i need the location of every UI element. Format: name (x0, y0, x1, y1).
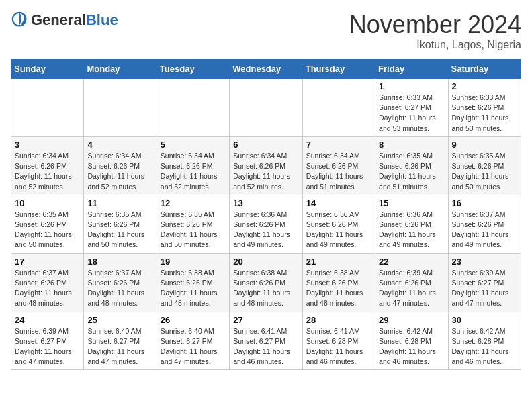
day-number: 30 (452, 315, 517, 325)
day-info: Sunrise: 6:36 AM Sunset: 6:26 PM Dayligh… (379, 210, 444, 250)
calendar-cell: 26Sunrise: 6:40 AM Sunset: 6:27 PM Dayli… (157, 312, 229, 370)
day-info: Sunrise: 6:35 AM Sunset: 6:26 PM Dayligh… (161, 210, 226, 250)
month-title: November 2024 (349, 11, 521, 39)
calendar-week-row: 17Sunrise: 6:37 AM Sunset: 6:26 PM Dayli… (11, 253, 521, 312)
page-header: GeneralBlue November 2024 Ikotun, Lagos,… (11, 11, 521, 51)
calendar-cell: 8Sunrise: 6:35 AM Sunset: 6:26 PM Daylig… (375, 136, 448, 195)
day-info: Sunrise: 6:38 AM Sunset: 6:26 PM Dayligh… (233, 268, 298, 309)
day-number: 1 (379, 81, 444, 91)
calendar-cell: 14Sunrise: 6:36 AM Sunset: 6:26 PM Dayli… (302, 195, 375, 253)
calendar-cell: 5Sunrise: 6:34 AM Sunset: 6:26 PM Daylig… (157, 136, 229, 195)
day-number: 29 (379, 315, 444, 325)
day-info: Sunrise: 6:34 AM Sunset: 6:26 PM Dayligh… (87, 151, 152, 192)
day-number: 6 (233, 140, 298, 150)
calendar-cell: 23Sunrise: 6:39 AM Sunset: 6:27 PM Dayli… (448, 253, 521, 312)
calendar-cell (157, 79, 229, 137)
calendar-cell: 18Sunrise: 6:37 AM Sunset: 6:26 PM Dayli… (84, 253, 157, 312)
day-number: 21 (306, 257, 371, 267)
calendar-cell (11, 79, 84, 137)
day-number: 7 (306, 140, 371, 150)
calendar-cell: 25Sunrise: 6:40 AM Sunset: 6:27 PM Dayli… (84, 312, 157, 370)
day-info: Sunrise: 6:36 AM Sunset: 6:26 PM Dayligh… (233, 210, 298, 250)
day-info: Sunrise: 6:35 AM Sunset: 6:26 PM Dayligh… (87, 210, 152, 250)
calendar-cell: 29Sunrise: 6:42 AM Sunset: 6:28 PM Dayli… (375, 312, 448, 370)
day-info: Sunrise: 6:34 AM Sunset: 6:26 PM Dayligh… (15, 151, 80, 192)
weekday-header-wednesday: Wednesday (230, 60, 302, 79)
day-number: 12 (161, 198, 226, 208)
calendar-cell: 1Sunrise: 6:33 AM Sunset: 6:27 PM Daylig… (375, 79, 448, 137)
day-info: Sunrise: 6:41 AM Sunset: 6:28 PM Dayligh… (306, 326, 371, 367)
day-number: 10 (15, 198, 80, 208)
logo-blue: Blue (86, 11, 118, 29)
day-number: 20 (233, 257, 298, 267)
day-info: Sunrise: 6:39 AM Sunset: 6:26 PM Dayligh… (379, 268, 444, 309)
day-info: Sunrise: 6:38 AM Sunset: 6:26 PM Dayligh… (161, 268, 226, 309)
calendar-week-row: 24Sunrise: 6:39 AM Sunset: 6:27 PM Dayli… (11, 312, 521, 370)
day-info: Sunrise: 6:40 AM Sunset: 6:27 PM Dayligh… (87, 326, 152, 367)
day-info: Sunrise: 6:41 AM Sunset: 6:27 PM Dayligh… (233, 326, 298, 367)
day-info: Sunrise: 6:33 AM Sunset: 6:26 PM Dayligh… (452, 93, 517, 134)
calendar-table: SundayMondayTuesdayWednesdayThursdayFrid… (11, 59, 521, 370)
day-info: Sunrise: 6:39 AM Sunset: 6:27 PM Dayligh… (452, 268, 517, 309)
calendar-cell: 20Sunrise: 6:38 AM Sunset: 6:26 PM Dayli… (230, 253, 302, 312)
day-number: 8 (379, 140, 444, 150)
day-info: Sunrise: 6:39 AM Sunset: 6:27 PM Dayligh… (15, 326, 80, 367)
day-number: 26 (161, 315, 226, 325)
calendar-week-row: 10Sunrise: 6:35 AM Sunset: 6:26 PM Dayli… (11, 195, 521, 253)
logo-general: General (31, 11, 86, 29)
day-number: 27 (233, 315, 298, 325)
day-info: Sunrise: 6:35 AM Sunset: 6:26 PM Dayligh… (15, 210, 80, 250)
weekday-header-thursday: Thursday (302, 60, 375, 79)
day-number: 11 (87, 198, 152, 208)
day-info: Sunrise: 6:34 AM Sunset: 6:26 PM Dayligh… (306, 151, 371, 192)
day-number: 17 (15, 257, 80, 267)
day-info: Sunrise: 6:37 AM Sunset: 6:26 PM Dayligh… (87, 268, 152, 309)
day-info: Sunrise: 6:36 AM Sunset: 6:26 PM Dayligh… (306, 210, 371, 250)
day-info: Sunrise: 6:37 AM Sunset: 6:26 PM Dayligh… (15, 268, 80, 309)
day-number: 14 (306, 198, 371, 208)
day-number: 9 (452, 140, 517, 150)
day-number: 5 (161, 140, 226, 150)
day-number: 25 (87, 315, 152, 325)
day-number: 16 (452, 198, 517, 208)
calendar-week-row: 3Sunrise: 6:34 AM Sunset: 6:26 PM Daylig… (11, 136, 521, 195)
logo-icon (11, 11, 30, 30)
day-info: Sunrise: 6:34 AM Sunset: 6:26 PM Dayligh… (161, 151, 226, 192)
calendar-cell: 3Sunrise: 6:34 AM Sunset: 6:26 PM Daylig… (11, 136, 84, 195)
calendar-cell: 2Sunrise: 6:33 AM Sunset: 6:26 PM Daylig… (448, 79, 521, 137)
weekday-header-row: SundayMondayTuesdayWednesdayThursdayFrid… (11, 60, 521, 79)
calendar-cell: 12Sunrise: 6:35 AM Sunset: 6:26 PM Dayli… (157, 195, 229, 253)
weekday-header-sunday: Sunday (11, 60, 84, 79)
day-info: Sunrise: 6:37 AM Sunset: 6:26 PM Dayligh… (452, 210, 517, 250)
weekday-header-tuesday: Tuesday (157, 60, 229, 79)
calendar-cell: 9Sunrise: 6:35 AM Sunset: 6:26 PM Daylig… (448, 136, 521, 195)
calendar-week-row: 1Sunrise: 6:33 AM Sunset: 6:27 PM Daylig… (11, 79, 521, 137)
calendar-cell: 27Sunrise: 6:41 AM Sunset: 6:27 PM Dayli… (230, 312, 302, 370)
day-info: Sunrise: 6:35 AM Sunset: 6:26 PM Dayligh… (379, 151, 444, 192)
day-info: Sunrise: 6:40 AM Sunset: 6:27 PM Dayligh… (161, 326, 226, 367)
calendar-cell (230, 79, 302, 137)
calendar-cell: 30Sunrise: 6:42 AM Sunset: 6:28 PM Dayli… (448, 312, 521, 370)
weekday-header-monday: Monday (84, 60, 157, 79)
calendar-cell: 13Sunrise: 6:36 AM Sunset: 6:26 PM Dayli… (230, 195, 302, 253)
day-number: 13 (233, 198, 298, 208)
calendar-cell: 21Sunrise: 6:38 AM Sunset: 6:26 PM Dayli… (302, 253, 375, 312)
weekday-header-saturday: Saturday (448, 60, 521, 79)
calendar-cell: 7Sunrise: 6:34 AM Sunset: 6:26 PM Daylig… (302, 136, 375, 195)
weekday-header-friday: Friday (375, 60, 448, 79)
day-number: 28 (306, 315, 371, 325)
calendar-cell: 19Sunrise: 6:38 AM Sunset: 6:26 PM Dayli… (157, 253, 229, 312)
day-info: Sunrise: 6:42 AM Sunset: 6:28 PM Dayligh… (452, 326, 517, 367)
title-area: November 2024 Ikotun, Lagos, Nigeria (349, 11, 521, 51)
day-info: Sunrise: 6:38 AM Sunset: 6:26 PM Dayligh… (306, 268, 371, 309)
day-info: Sunrise: 6:42 AM Sunset: 6:28 PM Dayligh… (379, 326, 444, 367)
day-number: 18 (87, 257, 152, 267)
day-info: Sunrise: 6:35 AM Sunset: 6:26 PM Dayligh… (452, 151, 517, 192)
calendar-cell: 17Sunrise: 6:37 AM Sunset: 6:26 PM Dayli… (11, 253, 84, 312)
calendar-cell: 4Sunrise: 6:34 AM Sunset: 6:26 PM Daylig… (84, 136, 157, 195)
day-number: 2 (452, 81, 517, 91)
calendar-cell (302, 79, 375, 137)
day-number: 22 (379, 257, 444, 267)
calendar-cell: 28Sunrise: 6:41 AM Sunset: 6:28 PM Dayli… (302, 312, 375, 370)
logo: GeneralBlue (11, 11, 118, 30)
